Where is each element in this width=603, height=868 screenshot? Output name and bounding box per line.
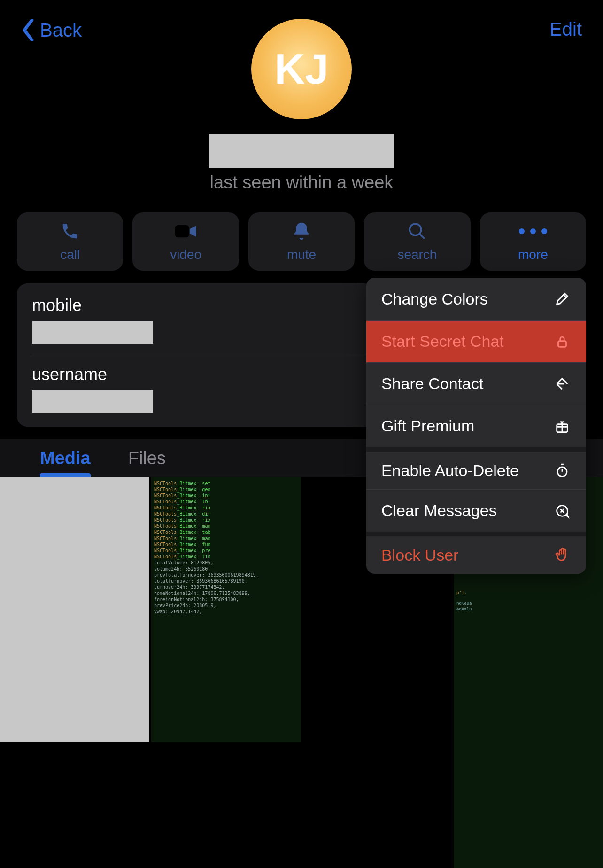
menu-item-label: Share Contact	[381, 375, 483, 393]
phone-icon	[61, 221, 79, 242]
svg-rect-0	[175, 225, 189, 238]
menu-item-label: Clear Messages	[381, 501, 497, 520]
menu-item-label: Gift Premium	[381, 417, 474, 435]
tab-media-label: Media	[40, 448, 91, 468]
svg-rect-1	[558, 341, 566, 347]
more-button[interactable]: more	[480, 212, 586, 271]
timer-icon	[553, 461, 571, 479]
gift-icon	[553, 417, 571, 435]
last-seen-status: last seen within a week	[0, 172, 603, 193]
menu-item-label: Block User	[381, 546, 458, 564]
menu-item-label: Change Colors	[381, 290, 488, 308]
media-thumbnail[interactable]	[0, 477, 149, 742]
menu-gift-premium[interactable]: Gift Premium	[366, 405, 586, 447]
search-icon	[407, 221, 427, 242]
back-button[interactable]: Back	[21, 19, 82, 41]
svg-point-3	[557, 467, 567, 477]
tab-files[interactable]: Files	[128, 448, 166, 469]
menu-item-label: Enable Auto-Delete	[381, 461, 519, 480]
brush-icon	[553, 290, 571, 308]
avatar-initials: KJ	[274, 45, 328, 94]
mobile-value-redacted[interactable]	[32, 321, 153, 344]
chevron-left-icon	[21, 19, 35, 41]
bubble-x-icon	[553, 502, 571, 520]
mute-label: mute	[287, 247, 316, 262]
more-menu: Change Colors Start Secret Chat Share Co…	[366, 278, 586, 574]
search-button[interactable]: search	[364, 212, 470, 271]
video-icon	[174, 221, 198, 242]
edit-button[interactable]: Edit	[549, 19, 582, 40]
lock-icon	[553, 333, 571, 351]
bell-icon	[292, 221, 311, 242]
call-button[interactable]: call	[17, 212, 123, 271]
more-icon	[516, 221, 550, 242]
call-label: call	[60, 247, 80, 262]
menu-start-secret-chat[interactable]: Start Secret Chat	[366, 320, 586, 362]
share-icon	[553, 375, 571, 393]
hand-icon	[553, 546, 571, 564]
username-value-redacted[interactable]	[32, 390, 153, 413]
search-label: search	[397, 247, 437, 262]
tab-files-label: Files	[128, 448, 166, 468]
menu-share-contact[interactable]: Share Contact	[366, 362, 586, 405]
tab-media[interactable]: Media	[40, 448, 91, 469]
menu-enable-auto-delete[interactable]: Enable Auto-Delete	[366, 447, 586, 489]
video-button[interactable]: video	[132, 212, 239, 271]
menu-item-label: Start Secret Chat	[381, 332, 504, 351]
edit-label: Edit	[549, 19, 582, 39]
video-label: video	[170, 247, 201, 262]
media-thumbnail[interactable]: NSCTools_Bitmex set NSCTools_Bitmex gen …	[151, 477, 301, 742]
menu-change-colors[interactable]: Change Colors	[366, 278, 586, 320]
contact-name-redacted	[209, 134, 394, 168]
more-label: more	[518, 247, 548, 262]
mute-button[interactable]: mute	[248, 212, 355, 271]
menu-clear-messages[interactable]: Clear Messages	[366, 489, 586, 532]
menu-block-user[interactable]: Block User	[366, 532, 586, 574]
back-label: Back	[40, 20, 82, 41]
